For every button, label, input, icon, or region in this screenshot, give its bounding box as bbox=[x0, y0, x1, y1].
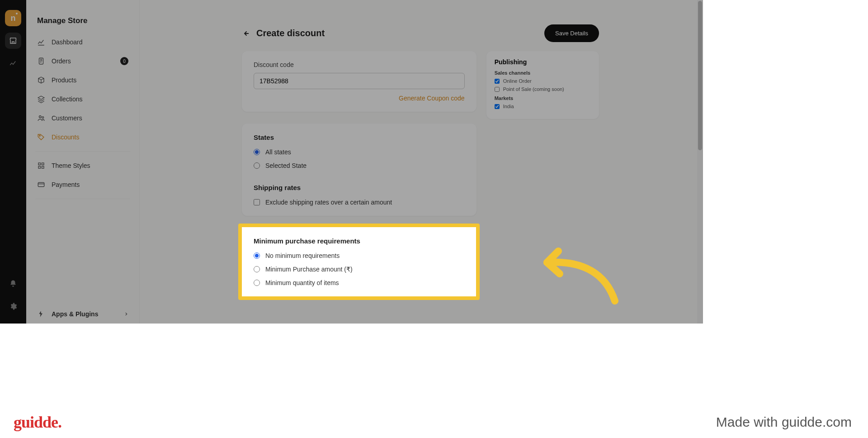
annotation-highlight: Minimum purchase requirements No minimum… bbox=[238, 224, 480, 300]
sidebar-item-apps-plugins[interactable]: Apps & Plugins bbox=[26, 305, 139, 324]
checkbox-label: Exclude shipping rates over a certain am… bbox=[265, 199, 392, 206]
generate-coupon-link[interactable]: Generate Coupon code bbox=[254, 95, 465, 102]
sidebar-item-label: Products bbox=[52, 76, 76, 84]
svg-rect-5 bbox=[42, 163, 44, 165]
sidebar-item-customers[interactable]: Customers bbox=[26, 109, 139, 128]
pub-pos[interactable]: Point of Sale (coming soon) bbox=[495, 86, 591, 92]
rail-settings-button[interactable] bbox=[5, 298, 21, 314]
radio-input[interactable] bbox=[254, 252, 260, 259]
radio-selected-state[interactable]: Selected State bbox=[254, 162, 465, 169]
dashboard-icon bbox=[37, 38, 45, 46]
sales-channels-label: Sales channels bbox=[495, 70, 591, 76]
discount-code-input[interactable] bbox=[254, 73, 465, 89]
checkbox-input[interactable] bbox=[254, 199, 260, 205]
radio-label: All states bbox=[265, 148, 291, 156]
made-with-text: Made with guidde.com bbox=[716, 414, 852, 430]
sidebar-item-label: Discounts bbox=[52, 133, 79, 141]
pub-item-label: Point of Sale (coming soon) bbox=[503, 86, 564, 92]
pub-item-label: India bbox=[503, 104, 514, 109]
sidebar-item-collections[interactable]: Collections bbox=[26, 90, 139, 109]
radio-input[interactable] bbox=[254, 266, 260, 272]
svg-rect-4 bbox=[38, 163, 41, 165]
svg-rect-0 bbox=[39, 58, 43, 64]
publishing-title: Publishing bbox=[495, 58, 591, 66]
checkbox-input[interactable] bbox=[495, 104, 500, 109]
payments-icon bbox=[37, 181, 45, 189]
pub-online-order[interactable]: Online Order bbox=[495, 78, 591, 84]
checkbox-input[interactable] bbox=[495, 87, 500, 92]
radio-input[interactable] bbox=[254, 280, 260, 286]
sidebar-item-payments[interactable]: Payments bbox=[26, 175, 139, 194]
rail-store-button[interactable] bbox=[5, 33, 21, 49]
radio-all-states[interactable]: All states bbox=[254, 148, 465, 156]
states-shipping-card: States All states Selected State Shippin… bbox=[242, 124, 476, 216]
sidebar-title: Manage Store bbox=[26, 8, 139, 33]
radio-label: No minimum requirements bbox=[265, 252, 340, 259]
orders-badge: 0 bbox=[120, 57, 128, 65]
page-title: Create discount bbox=[256, 28, 325, 38]
scrollbar-thumb[interactable] bbox=[698, 1, 702, 150]
radio-min-amount[interactable]: Minimum Purchase amount (₹) bbox=[254, 266, 464, 273]
plugins-icon bbox=[37, 310, 45, 318]
svg-point-1 bbox=[39, 116, 42, 118]
discounts-icon bbox=[37, 133, 45, 141]
products-icon bbox=[37, 76, 45, 84]
collections-icon bbox=[37, 95, 45, 103]
save-details-button[interactable]: Save Details bbox=[544, 24, 599, 42]
sidebar-item-products[interactable]: Products bbox=[26, 71, 139, 90]
store-icon bbox=[9, 37, 17, 45]
back-arrow-icon[interactable] bbox=[242, 29, 250, 38]
svg-rect-6 bbox=[38, 167, 41, 169]
guidde-logo: guidde. bbox=[14, 413, 61, 432]
brand-logo-letter: n bbox=[11, 14, 16, 23]
svg-rect-8 bbox=[38, 183, 44, 187]
sidebar-item-discounts[interactable]: Discounts bbox=[26, 128, 139, 147]
svg-rect-7 bbox=[42, 167, 44, 169]
radio-no-minimum[interactable]: No minimum requirements bbox=[254, 252, 464, 259]
checkbox-input[interactable] bbox=[495, 79, 500, 84]
markets-label: Markets bbox=[495, 95, 591, 101]
min-purchase-card: Minimum purchase requirements No minimum… bbox=[242, 227, 476, 296]
svg-point-3 bbox=[39, 135, 40, 136]
radio-min-quantity[interactable]: Minimum quantity of items bbox=[254, 279, 464, 286]
pub-item-label: Online Order bbox=[503, 78, 532, 84]
brand-logo[interactable]: n bbox=[5, 10, 21, 26]
chevron-right-icon bbox=[124, 312, 128, 316]
sidebar-item-label: Orders bbox=[52, 57, 71, 65]
min-purchase-title: Minimum purchase requirements bbox=[254, 237, 464, 245]
sidebar-item-label: Apps & Plugins bbox=[52, 310, 98, 318]
gear-icon bbox=[9, 302, 17, 310]
sidebar-item-theme-styles[interactable]: Theme Styles bbox=[26, 156, 139, 175]
radio-label: Minimum quantity of items bbox=[265, 279, 339, 286]
publishing-card: Publishing Sales channels Online Order P… bbox=[486, 51, 599, 119]
rail-notifications-button[interactable] bbox=[5, 276, 21, 292]
shipping-title: Shipping rates bbox=[254, 184, 465, 191]
sidebar-item-label: Dashboard bbox=[52, 38, 83, 46]
pub-india[interactable]: India bbox=[495, 104, 591, 109]
customers-icon bbox=[37, 114, 45, 122]
orders-icon bbox=[37, 57, 45, 65]
svg-point-2 bbox=[42, 117, 44, 119]
discount-code-card: Discount code Generate Coupon code bbox=[242, 51, 476, 112]
annotation-arrow-icon bbox=[533, 242, 624, 305]
sidebar-item-label: Collections bbox=[52, 95, 82, 103]
radio-label: Minimum Purchase amount (₹) bbox=[265, 266, 353, 273]
sidebar-item-orders[interactable]: Orders 0 bbox=[26, 52, 139, 71]
sidebar-item-label: Customers bbox=[52, 114, 82, 122]
analytics-icon bbox=[9, 59, 17, 67]
states-title: States bbox=[254, 133, 465, 141]
radio-input[interactable] bbox=[254, 162, 260, 169]
theme-icon bbox=[37, 162, 45, 170]
sidebar-item-dashboard[interactable]: Dashboard bbox=[26, 33, 139, 52]
discount-code-label: Discount code bbox=[254, 61, 465, 68]
radio-label: Selected State bbox=[265, 162, 307, 169]
sidebar-item-label: Theme Styles bbox=[52, 162, 90, 169]
checkbox-exclude-shipping[interactable]: Exclude shipping rates over a certain am… bbox=[254, 199, 465, 206]
rail-analytics-button[interactable] bbox=[5, 55, 21, 71]
bell-icon bbox=[9, 280, 17, 288]
radio-input[interactable] bbox=[254, 149, 260, 155]
sidebar-item-label: Payments bbox=[52, 181, 80, 188]
